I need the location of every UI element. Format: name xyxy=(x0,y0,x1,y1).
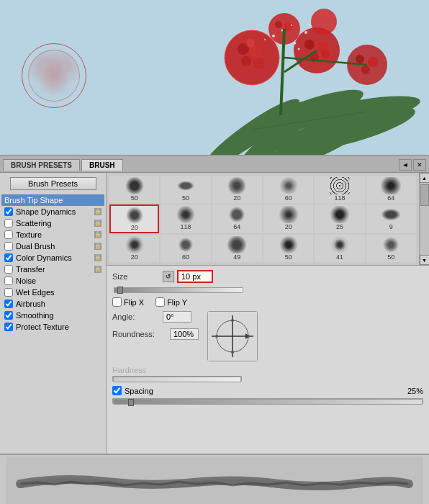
lock-icon-color-dynamics: 🔒 xyxy=(94,254,101,261)
svg-point-19 xyxy=(321,50,330,58)
sidebar-checkbox-airbrush[interactable] xyxy=(4,300,13,308)
svg-point-14 xyxy=(246,39,255,48)
svg-point-44 xyxy=(231,319,234,322)
spacing-slider[interactable] xyxy=(112,398,423,404)
brush-preview-icon xyxy=(125,177,145,194)
sidebar-item-transfer[interactable]: Transfer🔒 xyxy=(1,264,104,275)
sidebar-checkbox-texture[interactable] xyxy=(4,230,13,239)
stroke-preview-area xyxy=(0,455,429,504)
lock-icon-shape-dynamics: 🔒 xyxy=(94,208,101,215)
brush-grid-item[interactable]: 50 xyxy=(161,176,210,203)
brush-size-label: 50 xyxy=(387,253,394,261)
sidebar-checkbox-color-dynamics[interactable] xyxy=(4,253,13,262)
brush-preview-icon xyxy=(227,236,247,253)
svg-point-12 xyxy=(241,56,251,66)
compass-circle[interactable] xyxy=(207,311,258,361)
scroll-up-arrow[interactable]: ▲ xyxy=(420,173,430,183)
brush-preview-icon xyxy=(176,236,196,253)
brush-size-label: 118 xyxy=(334,194,345,202)
brush-grid-item[interactable]: 50 xyxy=(109,176,159,203)
spacing-checkbox[interactable] xyxy=(112,386,122,395)
size-reset-button[interactable]: ↺ xyxy=(163,271,174,282)
sidebar-checkbox-wet-edges[interactable] xyxy=(4,288,13,297)
compass-params: Angle: Roundness: xyxy=(112,311,199,361)
brush-size-label: 50 xyxy=(285,253,292,261)
lock-icon-dual-brush: 🔒 xyxy=(94,243,101,250)
sidebar-item-dual-brush[interactable]: Dual Brush🔒 xyxy=(1,240,104,252)
brush-grid-item[interactable]: 60 xyxy=(161,235,210,262)
sidebar-item-color-dynamics[interactable]: Color Dynamics🔒 xyxy=(1,252,104,264)
brush-size-label: 20 xyxy=(285,223,292,230)
sidebar-checkbox-protect-texture[interactable] xyxy=(4,323,13,331)
brush-grid: 5050206011864201186420259206049504150 xyxy=(107,173,419,265)
brush-size-label: 20 xyxy=(131,253,138,261)
flip-x-checkbox[interactable] xyxy=(112,297,122,307)
brush-grid-item[interactable]: 118 xyxy=(161,204,210,233)
size-slider-thumb[interactable] xyxy=(117,287,123,294)
sidebar-checkbox-transfer[interactable] xyxy=(4,265,13,274)
svg-point-25 xyxy=(275,21,282,28)
brush-grid-item[interactable]: 9 xyxy=(366,204,416,233)
brush-size-label: 25 xyxy=(336,223,343,230)
brush-grid-item[interactable]: 50 xyxy=(366,235,416,262)
sidebar-checkbox-dual-brush[interactable] xyxy=(4,242,13,251)
sidebar-item-brush-tip-shape[interactable]: Brush Tip Shape xyxy=(1,194,104,206)
tab-brush-presets[interactable]: BRUSH PRESETS xyxy=(3,159,80,171)
sidebar-item-texture[interactable]: Texture🔒 xyxy=(1,229,104,240)
brush-grid-item[interactable]: 20 xyxy=(109,235,159,262)
sidebar-items-container: Shape Dynamics🔒Scattering🔒Texture🔒Dual B… xyxy=(1,206,104,333)
compass-area: Angle: Roundness: xyxy=(112,311,423,361)
size-label: Size xyxy=(112,272,163,281)
brush-grid-item[interactable]: 64 xyxy=(212,204,262,233)
brush-grid-scrollbar[interactable]: ▲ ▼ xyxy=(419,173,429,265)
brush-grid-item[interactable]: 20 xyxy=(212,176,262,203)
brush-grid-item[interactable]: 41 xyxy=(315,235,364,262)
sidebar-item-protect-texture[interactable]: Protect Texture xyxy=(1,321,104,333)
angle-row: Angle: xyxy=(112,311,199,323)
brush-grid-item[interactable]: 118 xyxy=(315,176,364,203)
brush-grid-item[interactable]: 64 xyxy=(366,176,416,203)
flip-y-checkbox[interactable] xyxy=(155,297,165,307)
svg-point-16 xyxy=(304,40,315,50)
sidebar-label-airbrush: Airbrush xyxy=(16,300,101,308)
sidebar-checkbox-scattering[interactable] xyxy=(4,219,13,228)
flip-y-label[interactable]: Flip Y xyxy=(155,297,187,307)
sidebar-checkbox-smoothing[interactable] xyxy=(4,311,13,320)
sidebar-item-noise[interactable]: Noise xyxy=(1,275,104,287)
hardness-slider[interactable] xyxy=(112,376,242,382)
sidebar-item-shape-dynamics[interactable]: Shape Dynamics🔒 xyxy=(1,206,104,217)
brush-grid-item[interactable]: 20 xyxy=(109,204,159,233)
sidebar-item-airbrush[interactable]: Airbrush xyxy=(1,298,104,310)
sidebar-label-scattering: Scattering xyxy=(16,219,94,228)
brush-preview-icon xyxy=(381,206,401,223)
brush-grid-item[interactable]: 25 xyxy=(315,204,364,233)
size-input[interactable] xyxy=(177,270,213,283)
brush-size-label: 50 xyxy=(182,194,189,202)
svg-point-35 xyxy=(309,24,310,26)
roundness-input[interactable] xyxy=(170,328,199,340)
tab-brush[interactable]: BRUSH xyxy=(81,159,123,171)
sidebar-item-wet-edges[interactable]: Wet Edges xyxy=(1,287,104,298)
sidebar-item-scattering[interactable]: Scattering🔒 xyxy=(1,217,104,229)
tab-prev-arrow[interactable]: ◄ xyxy=(399,159,412,171)
svg-point-21 xyxy=(356,55,364,63)
controls-area: Size ↺ Flip X xyxy=(107,266,429,454)
sidebar-checkbox-shape-dynamics[interactable] xyxy=(4,207,13,216)
brush-grid-item[interactable]: 50 xyxy=(263,235,313,262)
svg-point-13 xyxy=(253,58,265,69)
flip-x-label[interactable]: Flip X xyxy=(112,297,144,307)
brush-grid-item[interactable]: 60 xyxy=(263,176,313,203)
sidebar-label-noise: Noise xyxy=(16,276,101,285)
angle-input[interactable] xyxy=(163,311,191,323)
bottom-stroke-preview xyxy=(0,454,429,504)
scroll-down-arrow[interactable]: ▼ xyxy=(420,255,430,265)
brush-grid-item[interactable]: 20 xyxy=(263,204,313,233)
scroll-thumb[interactable] xyxy=(420,184,429,206)
sidebar-checkbox-noise[interactable] xyxy=(4,276,13,285)
spacing-section: Spacing 25% xyxy=(112,386,423,404)
sidebar-item-smoothing[interactable]: Smoothing xyxy=(1,310,104,321)
size-slider[interactable] xyxy=(114,287,243,293)
tab-next-arrow[interactable]: ✕ xyxy=(413,159,426,171)
brush-presets-button[interactable]: Brush Presets xyxy=(10,177,96,190)
brush-grid-item[interactable]: 49 xyxy=(212,235,262,262)
